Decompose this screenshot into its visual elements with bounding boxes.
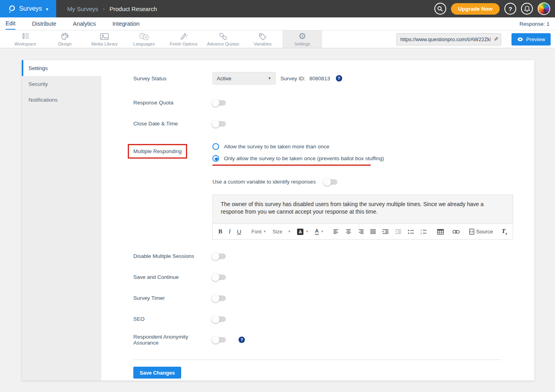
toolbar-item-variables[interactable]: Variables bbox=[243, 30, 282, 48]
advance-quotas-chain-icon bbox=[218, 32, 228, 41]
rich-text-toolbar: B I U Font▼ Size▼ A▼ A▼ 1 bbox=[213, 223, 513, 239]
top-header: Surveys ▼ My Surveys › Product Research … bbox=[0, 0, 555, 17]
survey-status-select[interactable]: Active ▼ bbox=[212, 72, 276, 85]
save-and-continue-row: Save and Continue bbox=[133, 274, 513, 280]
indent-button[interactable] bbox=[383, 229, 389, 234]
remove-format-button[interactable]: Tx bbox=[502, 228, 507, 235]
chevron-down-icon: ▼ bbox=[305, 230, 309, 233]
annotation-red-underline bbox=[212, 165, 371, 166]
questionpro-logo-icon bbox=[7, 4, 16, 13]
source-button[interactable]: Source bbox=[469, 229, 493, 235]
help-icon[interactable]: ? bbox=[504, 3, 516, 15]
insert-link-button[interactable] bbox=[453, 230, 460, 234]
seo-toggle[interactable] bbox=[212, 316, 226, 322]
bold-button[interactable]: B bbox=[218, 228, 222, 235]
radio-option-more-than-once[interactable]: Allow the survey to be taken more than o… bbox=[212, 143, 384, 150]
survey-url-input[interactable] bbox=[396, 33, 501, 45]
preview-button[interactable]: Preview bbox=[511, 33, 551, 45]
toolbar-item-design[interactable]: Design bbox=[45, 30, 85, 48]
message-editor: The owner of this survey has disabled us… bbox=[212, 195, 513, 240]
response-quota-toggle[interactable] bbox=[212, 100, 226, 106]
outdent-button[interactable] bbox=[395, 229, 402, 234]
align-right-button[interactable] bbox=[358, 229, 364, 234]
custom-variable-label: Use a custom variable to identify respon… bbox=[212, 179, 316, 185]
insert-table-button[interactable] bbox=[437, 229, 444, 235]
respondent-anonymity-help-icon[interactable]: ? bbox=[239, 337, 245, 343]
user-avatar[interactable] bbox=[538, 2, 550, 15]
multiple-responding-label: Multiple Responding bbox=[133, 148, 182, 154]
size-dropdown[interactable]: Size▼ bbox=[273, 229, 291, 235]
radio-selected-icon[interactable] bbox=[212, 155, 219, 162]
align-left-button[interactable] bbox=[333, 229, 339, 234]
product-name: Surveys bbox=[19, 5, 42, 12]
underline-button[interactable]: U bbox=[237, 228, 241, 235]
design-palette-icon bbox=[61, 32, 69, 41]
survey-url-wrap: ✎ bbox=[396, 33, 501, 45]
toolbar-item-workspace[interactable]: Workspace bbox=[6, 30, 45, 48]
sidebar-item-security[interactable]: Security bbox=[22, 76, 101, 92]
custom-variable-toggle[interactable] bbox=[324, 179, 337, 185]
font-dropdown[interactable]: Font▼ bbox=[252, 229, 266, 235]
svg-text:1: 1 bbox=[421, 229, 422, 231]
breadcrumb-separator: › bbox=[103, 6, 104, 12]
align-justify-button[interactable] bbox=[370, 229, 376, 234]
text-color-button[interactable]: A▼ bbox=[315, 228, 324, 235]
bg-color-button[interactable]: A▼ bbox=[297, 229, 309, 235]
edit-url-pencil-icon[interactable]: ✎ bbox=[494, 36, 498, 42]
radio-unselected-icon[interactable] bbox=[212, 143, 219, 150]
toolbar-item-label: Variables bbox=[254, 42, 271, 46]
breadcrumb-my-surveys[interactable]: My Surveys bbox=[67, 6, 98, 12]
settings-card: Settings Security Notifications Survey S… bbox=[22, 60, 534, 381]
sidebar-item-notifications[interactable]: Notifications bbox=[22, 92, 101, 108]
chevron-down-icon: ▼ bbox=[288, 230, 291, 233]
bulleted-list-button[interactable] bbox=[408, 229, 414, 234]
source-doc-icon bbox=[469, 229, 474, 235]
media-library-icon bbox=[100, 32, 109, 41]
font-dropdown-label: Font bbox=[252, 229, 261, 235]
toolbar-item-media-library[interactable]: Media Library bbox=[85, 30, 124, 48]
save-changes-button[interactable]: Save Changes bbox=[133, 367, 181, 379]
radio-option-once-only[interactable]: Only allow the survey to be taken once (… bbox=[212, 155, 384, 162]
tab-integration[interactable]: Integration bbox=[112, 19, 140, 29]
toolbar-item-label: Design bbox=[58, 42, 72, 46]
respondent-anonymity-toggle[interactable] bbox=[212, 337, 226, 343]
disable-multiple-sessions-toggle[interactable] bbox=[212, 254, 226, 259]
italic-button[interactable]: I bbox=[229, 228, 231, 235]
disabled-message-textarea[interactable]: The owner of this survey has disabled us… bbox=[213, 195, 513, 223]
close-date-toggle[interactable] bbox=[212, 121, 226, 127]
save-and-continue-toggle[interactable] bbox=[212, 275, 226, 280]
align-center-button[interactable] bbox=[346, 229, 352, 234]
tab-edit[interactable]: Edit bbox=[6, 18, 15, 30]
chevron-down-icon: ▼ bbox=[263, 230, 266, 233]
survey-status-value: Active bbox=[217, 76, 231, 81]
survey-timer-toggle[interactable] bbox=[212, 295, 226, 301]
app-logo-menu[interactable]: Surveys ▼ bbox=[0, 0, 56, 17]
divider bbox=[133, 360, 502, 360]
toolbar-item-advance-quotas[interactable]: Advance Quotas bbox=[203, 30, 243, 48]
chevron-down-icon: ▼ bbox=[268, 76, 271, 80]
tab-distribute[interactable]: Distribute bbox=[32, 19, 56, 29]
seo-row: SEO bbox=[133, 316, 513, 322]
toolbar-item-label: Languages bbox=[133, 42, 155, 46]
close-date-label: Close Date & Time bbox=[133, 121, 212, 127]
disable-multiple-sessions-row: Disable Multiple Sessions bbox=[133, 253, 513, 259]
toolbar-item-finish-options[interactable]: Finish Options bbox=[164, 30, 203, 48]
response-quota-label: Response Quota bbox=[133, 100, 212, 106]
survey-id-help-icon[interactable]: ? bbox=[336, 75, 342, 81]
search-icon[interactable] bbox=[434, 3, 446, 15]
tab-analytics[interactable]: Analytics bbox=[73, 19, 96, 29]
sidebar-item-settings[interactable]: Settings bbox=[22, 60, 101, 76]
toolbar-item-settings[interactable]: ⚙ Settings bbox=[282, 30, 322, 48]
breadcrumb: My Surveys › Product Research bbox=[67, 6, 157, 12]
custom-variable-row: Use a custom variable to identify respon… bbox=[133, 179, 513, 185]
numbered-list-button[interactable]: 12 bbox=[421, 229, 427, 234]
toolbar-item-languages[interactable]: *A Languages bbox=[124, 30, 164, 48]
toolbar-item-label: Settings bbox=[294, 42, 310, 46]
notifications-bell-icon[interactable] bbox=[521, 3, 533, 15]
upgrade-now-button[interactable]: Upgrade Now bbox=[451, 3, 500, 15]
variables-tag-icon bbox=[258, 32, 267, 41]
radio-option-once-only-wrap: Only allow the survey to be taken once (… bbox=[212, 155, 384, 166]
chevron-down-icon: ▼ bbox=[321, 230, 324, 233]
survey-id-value: 8080813 bbox=[309, 76, 330, 81]
toolbar-item-label: Advance Quotas bbox=[207, 42, 239, 46]
